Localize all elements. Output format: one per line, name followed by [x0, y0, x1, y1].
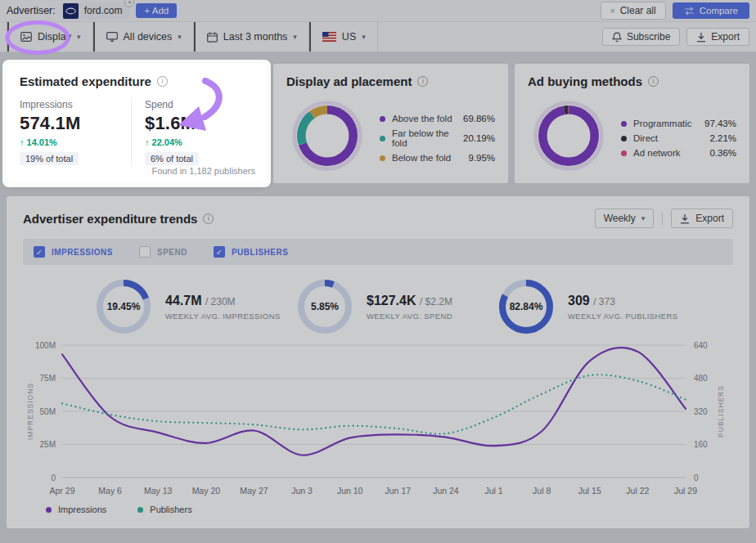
toggle-spend[interactable]: SPEND [139, 246, 187, 258]
toolbar-spacer [378, 22, 602, 52]
legend-label: Publishers [150, 505, 191, 514]
clear-all-close-icon: × [610, 7, 615, 16]
legend-dot [380, 116, 385, 122]
advertiser-chip[interactable]: ford.com × [62, 2, 130, 20]
subscribe-button[interactable]: Subscribe [602, 28, 680, 46]
subscribe-label: Subscribe [627, 31, 670, 43]
chevron-down-icon: ▾ [641, 214, 646, 222]
right-axis-title: PUBLISHERS [717, 385, 725, 438]
x-axis-label: May 13 [144, 486, 173, 496]
series-line-publishers [62, 375, 686, 433]
filters-group: Display ▾ All devices ▾ Last 3 months ▾ … [7, 22, 378, 52]
filter-country-label: US [342, 31, 356, 43]
x-axis-label: Jul 1 [484, 486, 502, 496]
gauge-percent: 5.85% [295, 276, 355, 337]
chevron-down-icon: ▾ [178, 33, 182, 41]
gauge-value: 44.7M [165, 294, 201, 307]
right-axis-tick: 320 [694, 407, 708, 416]
granularity-dropdown[interactable]: Weekly ▾ [595, 209, 655, 228]
info-icon[interactable]: i [157, 76, 168, 87]
legend-item: Above the fold 69.86% [380, 114, 495, 123]
expenditure-trends-panel: Advertiser expenditure trends i Weekly ▾… [7, 196, 749, 528]
toggle-publishers[interactable]: ✓ PUBLISHERS [214, 246, 288, 258]
legend-label: Far below the fold [392, 128, 457, 148]
x-axis-label: Jun 3 [291, 486, 313, 496]
legend-label: Ad network [633, 148, 703, 158]
right-axis-tick: 160 [694, 440, 708, 449]
left-axis-tick: 50M [40, 407, 56, 416]
left-axis-tick: 25M [40, 440, 56, 449]
filter-country[interactable]: US ▾ [309, 22, 378, 52]
legend-value: 20.19% [463, 133, 495, 143]
impressions-column: Impressions 574.1M ↑ 14.01% 19% of total [20, 99, 131, 165]
gauge-total: / 230M [205, 296, 236, 307]
clear-all-label: Clear all [620, 5, 656, 16]
legend-value: 0.36% [709, 148, 736, 158]
chip-close-icon[interactable]: × [124, 0, 134, 7]
buying-donut-chart [528, 95, 610, 177]
legend-label: Below the fold [392, 153, 461, 163]
legend-label: Above the fold [392, 114, 457, 123]
card-title: Estimated expenditure [20, 74, 151, 88]
legend-value: 9.95% [468, 153, 495, 163]
placement-legend: Above the fold 69.86% Far below the fold… [380, 114, 495, 163]
x-axis-label: Jun 10 [337, 486, 363, 496]
filter-devices[interactable]: All devices ▾ [93, 22, 194, 52]
info-icon[interactable]: i [417, 76, 428, 87]
legend-publishers: Publishers [137, 505, 191, 514]
legend-dot [621, 121, 627, 127]
legend-item: Programmatic 97.43% [621, 119, 736, 128]
filters-toolbar: Display ▾ All devices ▾ Last 3 months ▾ … [0, 21, 756, 52]
buying-legend: Programmatic 97.43% Direct 2.21% Ad netw… [621, 119, 736, 158]
series-line-impressions [62, 348, 686, 455]
legend-item: Ad network 0.36% [621, 148, 736, 158]
download-icon [680, 213, 690, 224]
avg-spend-gauge: 5.85% $127.4K / $2.2M WEEKLY AVG. SPEND [295, 276, 496, 337]
gauge-caption: WEEKLY AVG. PUBLISHERS [568, 312, 677, 321]
gauge-caption: WEEKLY AVG. IMPRESSIONS [165, 312, 281, 321]
legend-dot [621, 136, 627, 141]
right-axis-tick: 0 [694, 473, 699, 482]
x-axis-label: May 6 [98, 486, 122, 496]
gauge-percent: 82.84% [496, 276, 556, 337]
spend-label: Spend [145, 99, 254, 110]
legend-dot [46, 507, 52, 513]
add-advertiser-button[interactable]: + Add [136, 3, 177, 18]
clear-all-button[interactable]: × Clear all [601, 2, 666, 20]
compare-button[interactable]: Compare [673, 2, 749, 19]
filter-devices-label: All devices [124, 31, 173, 43]
spend-value: $1.6M [145, 113, 254, 134]
filter-date-range-label: Last 3 months [223, 31, 288, 43]
us-flag-icon [322, 32, 336, 42]
top-bar: Advertiser: ford.com × + Add × Clear all… [0, 0, 756, 21]
chevron-down-icon: ▾ [362, 33, 366, 41]
checkbox-icon: ✓ [34, 246, 45, 258]
legend-impressions: Impressions [46, 505, 106, 514]
gauge-value: $127.4K [367, 294, 416, 307]
legend-item: Below the fold 9.95% [380, 153, 495, 163]
ad-buying-methods-card: Ad buying methods i Programmatic 97.43% [515, 64, 749, 183]
toolbar-actions: Subscribe Export [602, 22, 749, 52]
info-icon[interactable]: i [203, 213, 214, 224]
left-axis-tick: 100M [35, 341, 56, 350]
filter-date-range[interactable]: Last 3 months ▾ [194, 22, 309, 52]
display-ad-icon [20, 32, 32, 42]
x-axis-label: May 20 [192, 486, 221, 496]
toggle-label: PUBLISHERS [232, 248, 288, 257]
donut-segment [542, 110, 594, 161]
impressions-share-badge: 19% of total [20, 152, 79, 165]
export-button[interactable]: Export [686, 28, 749, 46]
gauge-caption: WEEKLY AVG. SPEND [367, 312, 452, 321]
estimated-expenditure-card: Estimated expenditure i Impressions 574.… [7, 64, 267, 183]
x-axis-label: Apr 29 [50, 486, 75, 496]
trends-export-button[interactable]: Export [671, 209, 733, 228]
left-axis-title: IMPRESSIONS [26, 383, 34, 440]
impressions-label: Impressions [20, 99, 131, 110]
spend-share-badge: 6% of total [145, 152, 199, 165]
info-icon[interactable]: i [648, 76, 659, 87]
legend-dot [380, 155, 385, 161]
toggle-impressions[interactable]: ✓ IMPRESSIONS [34, 246, 113, 258]
trends-title: Advertiser expenditure trends [23, 212, 197, 226]
download-icon [696, 32, 706, 43]
filter-display[interactable]: Display ▾ [7, 22, 93, 52]
